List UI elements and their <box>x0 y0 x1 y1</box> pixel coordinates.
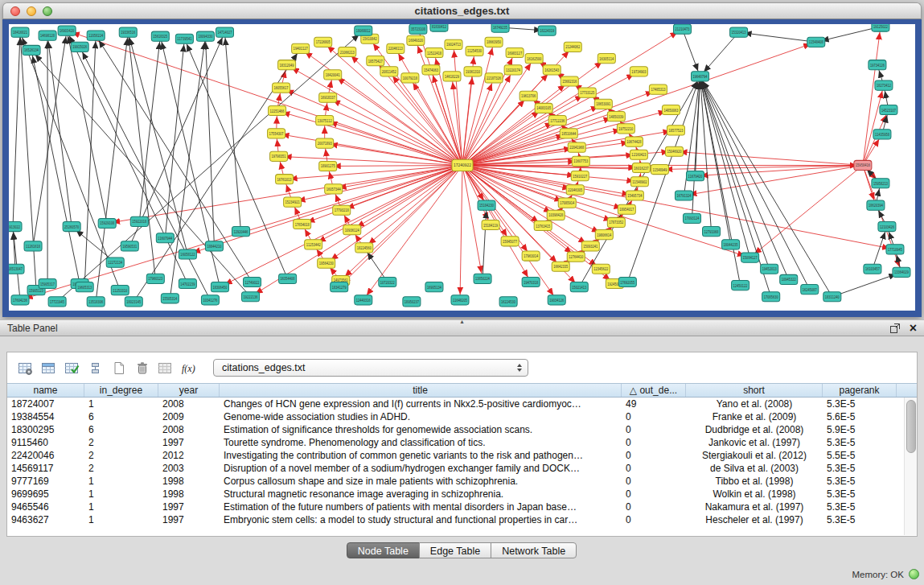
graph-node[interactable]: 21210473 <box>673 24 691 34</box>
graph-edge[interactable] <box>832 272 901 296</box>
graph-node[interactable]: 18312049 <box>278 60 296 70</box>
graph-node[interactable]: 14850063 <box>662 105 680 114</box>
graph-node[interactable]: 12160423 <box>630 150 647 159</box>
graph-node[interactable]: 13850224 <box>474 274 491 283</box>
graph-node[interactable]: 17873352 <box>607 217 625 227</box>
function-builder-icon[interactable]: f(x) <box>178 358 199 377</box>
graph-node[interactable]: 15234921 <box>284 197 302 207</box>
table-row[interactable]: 946362711997Embryonic stem cells: a mode… <box>7 513 917 526</box>
graph-edge[interactable] <box>700 32 739 76</box>
graph-node[interactable]: 16261543 <box>543 65 561 75</box>
graph-node[interactable]: 16016237 <box>632 163 650 172</box>
graph-node[interactable]: 16162500 <box>525 54 543 64</box>
table-scrollbar-thumb[interactable] <box>906 400 916 453</box>
graph-node[interactable]: 12791068 <box>703 227 721 237</box>
graph-node[interactable]: 12749022 <box>244 277 261 286</box>
graph-node[interactable]: 15958416 <box>854 160 872 170</box>
graph-node[interactable]: 12440316 <box>355 295 372 305</box>
graph-node[interactable]: 16305114 <box>598 54 615 64</box>
graph-node[interactable]: 15618325 <box>151 31 169 41</box>
graph-edge[interactable] <box>816 27 881 42</box>
graph-node[interactable]: 17721945 <box>48 297 66 307</box>
graph-node[interactable]: 17793218 <box>333 205 351 215</box>
table-row[interactable]: 969969511998Structural magnetic resonanc… <box>7 488 917 501</box>
graph-node[interactable]: 14702239 <box>179 278 196 288</box>
graph-node[interactable]: 11648205 <box>451 295 469 305</box>
graph-node[interactable]: 20811452 <box>380 67 398 76</box>
graph-node[interactable]: 21066213 <box>339 47 356 56</box>
graph-node[interactable]: 19125022 <box>872 24 889 31</box>
graph-edge[interactable] <box>462 134 569 166</box>
graph-node[interactable]: 15046920 <box>665 146 683 156</box>
graph-edge[interactable] <box>341 165 462 280</box>
graph-node[interactable]: 22187326 <box>485 73 503 83</box>
graph-edge[interactable] <box>696 76 700 176</box>
graph-edge[interactable] <box>67 31 107 223</box>
column-header-short[interactable]: short <box>686 384 823 397</box>
graph-node[interactable]: 16642335 <box>552 262 569 271</box>
graph-edge[interactable] <box>739 32 816 42</box>
graph-edge[interactable] <box>462 165 634 196</box>
graph-node[interactable]: 16749235 <box>491 24 509 32</box>
graph-node[interactable]: 11253442 <box>305 240 322 249</box>
graph-node[interactable]: 18950237 <box>403 297 421 307</box>
graph-node[interactable]: 16057344 <box>325 184 343 194</box>
graph-node[interactable]: 11261618 <box>24 241 42 251</box>
graph-node[interactable]: 14083105 <box>535 103 552 113</box>
graph-node[interactable]: 13364029 <box>893 267 910 277</box>
graph-node[interactable]: 18023145 <box>125 297 142 307</box>
graph-node[interactable]: 17085630 <box>762 292 780 302</box>
graph-node[interactable]: 11253310 <box>111 286 129 295</box>
graph-node[interactable]: 18954017 <box>618 204 635 214</box>
graph-node[interactable]: 19222136 <box>242 292 260 302</box>
delete-table-icon[interactable] <box>131 358 153 377</box>
graph-node[interactable]: 18044235 <box>722 240 740 249</box>
float-panel-icon[interactable] <box>889 323 901 334</box>
table-row[interactable]: 1938455462009Genome-wide association stu… <box>7 410 917 423</box>
column-header-name[interactable]: name <box>7 384 84 397</box>
graph-node[interactable]: 10945322 <box>780 274 798 284</box>
graph-node[interactable]: 12251466 <box>269 105 286 115</box>
graph-node[interactable]: 17960123 <box>146 274 164 283</box>
graph-node[interactable]: 14698128 <box>39 31 56 40</box>
graph-node[interactable]: 17604236 <box>11 295 29 305</box>
graph-node[interactable]: 17485313 <box>649 84 667 94</box>
graph-node[interactable]: 18577523 <box>667 126 684 135</box>
graph-edge[interactable] <box>96 35 252 282</box>
graph-node[interactable]: 18094330 <box>196 31 214 41</box>
graph-node[interactable]: 14523107 <box>880 105 897 114</box>
graph-node[interactable]: 18306450 <box>211 282 228 292</box>
graph-edge[interactable] <box>483 205 487 278</box>
graph-node[interactable]: 15084127 <box>741 253 759 262</box>
table-row[interactable]: 1872400712008Changes of HCN gene express… <box>7 398 917 410</box>
graph-edge[interactable] <box>863 85 884 165</box>
show-columns-icon[interactable] <box>38 358 60 377</box>
graph-node[interactable]: 16354408 <box>279 274 297 283</box>
graph-node[interactable]: 18420041 <box>324 70 342 80</box>
graph-node[interactable]: 16905134 <box>425 282 443 292</box>
graph-edge[interactable] <box>139 36 160 221</box>
graph-node[interactable]: 17226805 <box>314 37 332 47</box>
graph-node[interactable]: 11435958 <box>873 130 891 139</box>
graph-node[interactable]: 19752210 <box>617 124 634 134</box>
graph-node[interactable]: 19915026 <box>71 42 88 51</box>
graph-window-titlebar[interactable]: citations_edges.txt <box>2 2 922 19</box>
graph-edge[interactable] <box>674 151 862 165</box>
splitter-grip[interactable]: ▴ <box>460 318 463 325</box>
graph-node[interactable]: 22046305 <box>566 185 584 195</box>
graph-node[interactable]: 15910227 <box>571 171 589 181</box>
column-header-title[interactable]: title <box>220 384 622 397</box>
graph-node[interactable]: 16055617 <box>273 83 290 93</box>
graph-node[interactable]: 16903420 <box>58 26 76 35</box>
graph-edge[interactable] <box>700 76 741 286</box>
table-mode-icon[interactable] <box>14 358 36 377</box>
graph-node[interactable]: 11679420 <box>686 171 704 181</box>
graph-node[interactable]: 17710945 <box>886 245 904 254</box>
graph-node[interactable]: 18620394 <box>867 200 885 210</box>
graph-node[interactable]: 22041968 <box>568 142 585 152</box>
graph-node[interactable]: 14618229 <box>443 72 461 81</box>
graph-node[interactable]: 16058122 <box>179 249 196 259</box>
graph-node[interactable]: 16983127 <box>506 47 524 57</box>
graph-svg[interactable]: 1724092218312049160556171225146617554307… <box>9 24 915 311</box>
tab-node-table[interactable]: Node Table <box>347 542 420 558</box>
